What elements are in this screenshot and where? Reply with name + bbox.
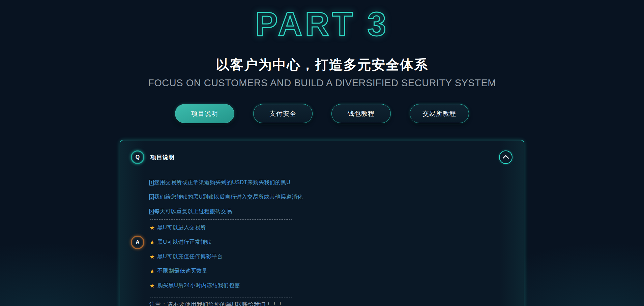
features-list: ★黑U可以进入交易所★黑U可以进行正常转账★黑U可以充值任何博彩平台★不限制最低… xyxy=(149,220,510,293)
step-item: 1您用交易所或正常渠道购买到的USDT来购买我们的黑U xyxy=(149,175,510,190)
step-text: 我们给您转账的黑U到账以后自行进入交易所或其他渠道消化 xyxy=(154,194,303,201)
question-icon-letter: Q xyxy=(136,154,140,160)
tab-2[interactable]: 支付安全 xyxy=(253,104,313,123)
section-title-cn: 以客户为中心，打造多元安全体系 xyxy=(0,56,644,74)
feature-text: 黑U可以进行正常转账 xyxy=(157,239,212,246)
question-icon: Q xyxy=(131,150,144,164)
warning-note: 注意：请不要使用我们给您的黑U转账给我们！！！ xyxy=(149,301,510,306)
category-tabs: 项目说明支付安全钱包教程交易所教程 xyxy=(0,104,644,123)
collapse-button[interactable] xyxy=(499,150,513,164)
panel-title: 项目说明 xyxy=(150,154,175,161)
tab-4[interactable]: 交易所教程 xyxy=(410,104,469,123)
dashed-divider xyxy=(150,219,292,220)
step-number-badge: 2 xyxy=(149,194,154,200)
step-item: 3每天可以重复以上过程搬砖交易 xyxy=(149,204,510,219)
step-text: 每天可以重复以上过程搬砖交易 xyxy=(154,208,232,215)
tab-1[interactable]: 项目说明 xyxy=(175,104,234,123)
star-icon: ★ xyxy=(149,239,155,245)
feature-item: ★不限制最低购买数量 xyxy=(149,264,510,278)
star-icon: ★ xyxy=(149,283,155,289)
answer-icon: A xyxy=(131,236,144,249)
feature-item: ★黑U可以充值任何博彩平台 xyxy=(149,249,510,264)
answer-icon-letter: A xyxy=(136,239,140,245)
feature-text: 黑U可以充值任何博彩平台 xyxy=(157,253,223,260)
step-text: 您用交易所或正常渠道购买到的USDT来购买我们的黑U xyxy=(154,179,290,186)
qa-panel: Q 项目说明 A 1您用交易所或正常渠道购买到的USDT来购买我们的黑U2我们给… xyxy=(120,140,524,306)
panel-header: Q 项目说明 xyxy=(120,140,524,164)
tab-3[interactable]: 钱包教程 xyxy=(331,104,391,123)
steps-list: 1您用交易所或正常渠道购买到的USDT来购买我们的黑U2我们给您转账的黑U到账以… xyxy=(149,175,510,219)
feature-text: 购买黑U后24小时内冻结我们包赔 xyxy=(157,282,240,289)
feature-item: ★购买黑U后24小时内冻结我们包赔 xyxy=(149,278,510,293)
chevron-up-icon xyxy=(502,155,509,162)
feature-text: 不限制最低购买数量 xyxy=(157,268,208,275)
step-number-badge: 3 xyxy=(149,209,154,214)
step-item: 2我们给您转账的黑U到账以后自行进入交易所或其他渠道消化 xyxy=(149,190,510,204)
dashed-divider xyxy=(150,298,292,298)
part-title: PART 3 xyxy=(0,5,644,43)
feature-text: 黑U可以进入交易所 xyxy=(157,224,206,231)
feature-item: ★黑U可以进行正常转账 xyxy=(149,235,510,249)
star-icon: ★ xyxy=(149,254,155,260)
star-icon: ★ xyxy=(149,268,155,274)
star-icon: ★ xyxy=(149,225,155,231)
step-number-badge: 1 xyxy=(149,180,154,185)
feature-item: ★黑U可以进入交易所 xyxy=(149,220,510,235)
hero-section: PART 3 以客户为中心，打造多元安全体系 FOCUS ON CUSTOMER… xyxy=(0,5,644,89)
section-subtitle-en: FOCUS ON CUSTOMERS AND BUILD A DIVERSIFI… xyxy=(0,77,644,89)
panel-body: 1您用交易所或正常渠道购买到的USDT来购买我们的黑U2我们给您转账的黑U到账以… xyxy=(120,164,524,306)
